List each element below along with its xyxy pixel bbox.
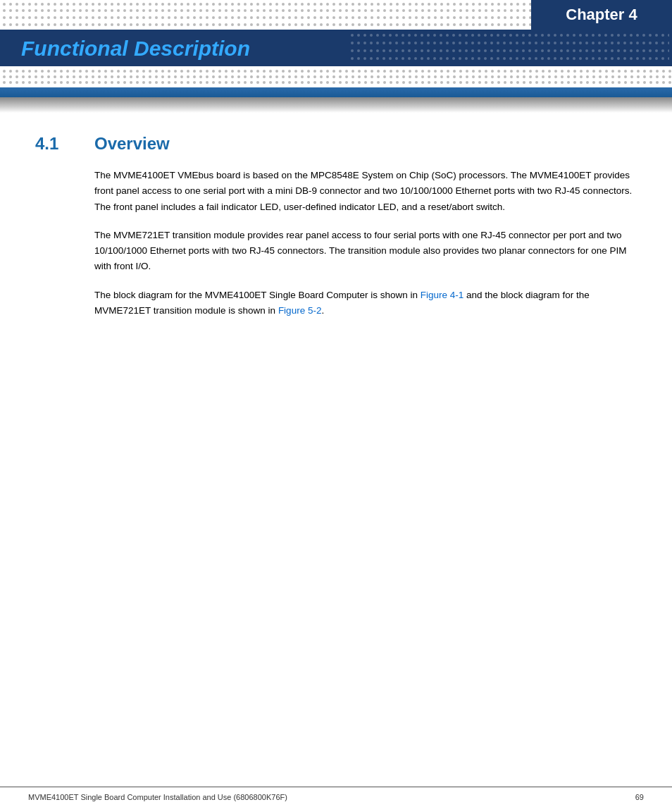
dot-decoration	[149, 75, 151, 78]
dot-decoration	[263, 16, 266, 19]
dot-decoration	[643, 70, 646, 73]
dot-decoration	[117, 3, 120, 6]
dot-decoration	[472, 3, 475, 6]
dot-decoration	[250, 9, 253, 12]
dot-decoration	[130, 75, 132, 78]
dot-decoration	[358, 3, 361, 6]
dot-decoration	[117, 9, 120, 12]
dot-decoration	[459, 34, 461, 37]
dot-decoration	[218, 16, 221, 19]
dot-decoration	[396, 9, 399, 12]
dot-decoration	[161, 16, 164, 19]
dot-decoration	[599, 75, 602, 78]
dot-decoration	[554, 75, 557, 78]
dot-decoration	[504, 81, 506, 84]
dot-decoration	[371, 81, 373, 84]
dot-decoration	[402, 23, 405, 26]
dot-decoration	[117, 70, 120, 73]
dot-decoration	[3, 16, 6, 19]
dot-decoration	[427, 34, 430, 37]
dot-decoration	[313, 3, 316, 6]
dot-decoration	[339, 75, 342, 78]
figure-5-2-link[interactable]: Figure 5-2	[278, 305, 322, 316]
dot-decoration	[478, 34, 480, 37]
dot-decoration	[497, 3, 500, 6]
dot-decoration	[592, 34, 595, 37]
dot-decoration	[548, 81, 551, 84]
dot-decoration	[54, 9, 56, 12]
dot-decoration	[168, 3, 170, 6]
dot-decoration	[382, 34, 385, 37]
paragraph-3: The block diagram for the MVME4100ET Sin…	[94, 288, 637, 319]
dot-decoration	[447, 70, 449, 73]
dot-decoration	[187, 16, 189, 19]
dot-decoration	[554, 81, 557, 84]
dot-decoration	[447, 9, 449, 12]
dot-decoration	[161, 81, 164, 84]
dot-decoration	[199, 70, 202, 73]
dot-decoration	[472, 75, 475, 78]
dot-decoration	[320, 70, 323, 73]
dot-decoration	[364, 16, 367, 19]
dot-decoration	[408, 34, 411, 37]
dot-decoration	[503, 34, 506, 37]
dot-decoration	[535, 70, 538, 73]
dot-decoration	[390, 23, 392, 26]
dot-decoration	[85, 16, 88, 19]
dot-decoration	[15, 3, 18, 6]
dot-decoration	[60, 16, 63, 19]
dot-decoration	[206, 75, 209, 78]
dot-decoration	[409, 81, 411, 84]
figure-4-1-link[interactable]: Figure 4-1	[421, 290, 464, 300]
dot-decoration	[358, 23, 361, 26]
dot-decoration	[85, 81, 88, 84]
dot-decoration	[256, 3, 259, 6]
dot-decoration	[15, 81, 18, 84]
dot-decoration	[218, 9, 221, 12]
dot-decoration	[478, 9, 481, 12]
dot-decoration	[434, 3, 437, 6]
dot-decoration	[604, 34, 607, 37]
dot-decoration	[275, 9, 278, 12]
dot-decoration	[123, 81, 126, 84]
dot-decoration	[15, 75, 18, 78]
dot-decoration	[320, 3, 323, 6]
dot-decoration	[212, 3, 215, 6]
dot-decoration	[332, 81, 335, 84]
dot-decoration	[288, 16, 291, 19]
dot-decoration	[339, 70, 342, 73]
dot-decoration	[339, 9, 342, 12]
dot-decoration	[237, 9, 240, 12]
dot-decoration	[60, 75, 63, 78]
dot-decoration	[161, 9, 164, 12]
dot-decoration	[491, 16, 494, 19]
dot-decoration	[206, 16, 209, 19]
dot-decoration	[275, 81, 278, 84]
dot-decoration	[485, 75, 487, 78]
dot-decoration	[364, 23, 367, 26]
dot-decoration	[415, 23, 418, 26]
dot-decoration	[371, 16, 373, 19]
dot-decoration	[580, 75, 583, 78]
dot-decoration	[244, 23, 247, 26]
dot-decoration	[630, 70, 633, 73]
dot-decoration	[661, 34, 664, 37]
dot-decoration	[41, 9, 44, 12]
dot-decoration	[47, 75, 50, 78]
dot-decoration	[9, 16, 12, 19]
dot-decoration	[466, 70, 468, 73]
dot-decoration	[117, 81, 120, 84]
dot-decoration	[459, 23, 462, 26]
dot-decoration	[104, 3, 107, 6]
dot-decoration	[415, 70, 418, 73]
dot-decoration	[497, 23, 500, 26]
dot-decoration	[212, 70, 215, 73]
dot-decoration	[472, 70, 475, 73]
dot-decoration	[35, 16, 37, 19]
dot-decoration	[396, 75, 399, 78]
dot-decoration	[421, 70, 424, 73]
dot-decoration	[497, 34, 499, 37]
dot-decoration	[28, 23, 31, 26]
dot-decoration	[434, 81, 437, 84]
dot-decoration	[155, 81, 158, 84]
